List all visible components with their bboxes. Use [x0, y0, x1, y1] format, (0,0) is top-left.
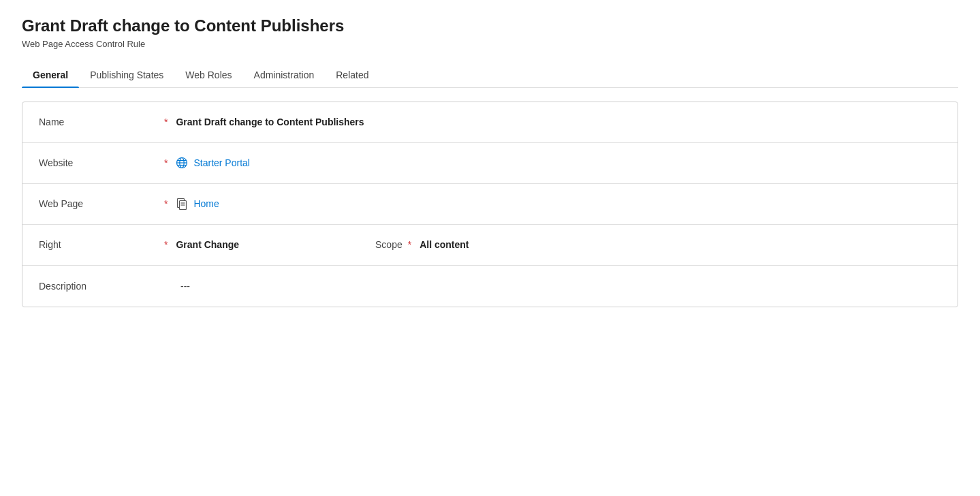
website-value-text: Starter Portal: [193, 157, 249, 168]
website-label: Website: [39, 157, 161, 168]
webpage-value-text: Home: [193, 198, 219, 209]
description-value: ---: [180, 281, 190, 292]
tab-publishing-states[interactable]: Publishing States: [79, 63, 174, 87]
name-row: Name * Grant Draft change to Content Pub…: [22, 102, 958, 143]
website-row: Website * Starter Portal: [22, 143, 958, 184]
tab-navigation: General Publishing States Web Roles Admi…: [22, 63, 958, 88]
name-label: Name: [39, 117, 161, 127]
webpage-value-link[interactable]: Home: [176, 198, 219, 210]
right-row: Right * Grant Change Scope * All content: [22, 225, 958, 266]
tab-web-roles[interactable]: Web Roles: [174, 63, 242, 87]
webpage-label: Web Page: [39, 198, 161, 209]
scope-value: All content: [420, 239, 469, 250]
tab-administration[interactable]: Administration: [243, 63, 326, 87]
scope-label: Scope: [375, 239, 402, 250]
description-row: Description ---: [22, 266, 958, 307]
scope-required: *: [408, 239, 411, 250]
right-value: Grant Change: [176, 239, 239, 250]
webpage-required: *: [164, 198, 168, 209]
name-value: Grant Draft change to Content Publishers: [176, 117, 364, 127]
right-row-content: Grant Change Scope * All content: [176, 239, 941, 250]
right-label: Right: [39, 239, 161, 250]
name-required: *: [164, 117, 168, 127]
form-card: Name * Grant Draft change to Content Pub…: [22, 102, 958, 307]
scope-section: Scope * All content: [375, 239, 469, 250]
website-value-link[interactable]: Starter Portal: [176, 157, 249, 169]
description-label: Description: [39, 281, 161, 292]
globe-icon: [176, 157, 188, 169]
tab-related[interactable]: Related: [325, 63, 379, 87]
page-icon: [176, 198, 188, 210]
right-required: *: [164, 239, 168, 250]
webpage-row: Web Page * Home: [22, 184, 958, 225]
tab-general[interactable]: General: [22, 63, 79, 87]
page-title: Grant Draft change to Content Publishers: [22, 16, 958, 36]
page-subtitle: Web Page Access Control Rule: [22, 39, 958, 49]
website-required: *: [164, 157, 168, 168]
